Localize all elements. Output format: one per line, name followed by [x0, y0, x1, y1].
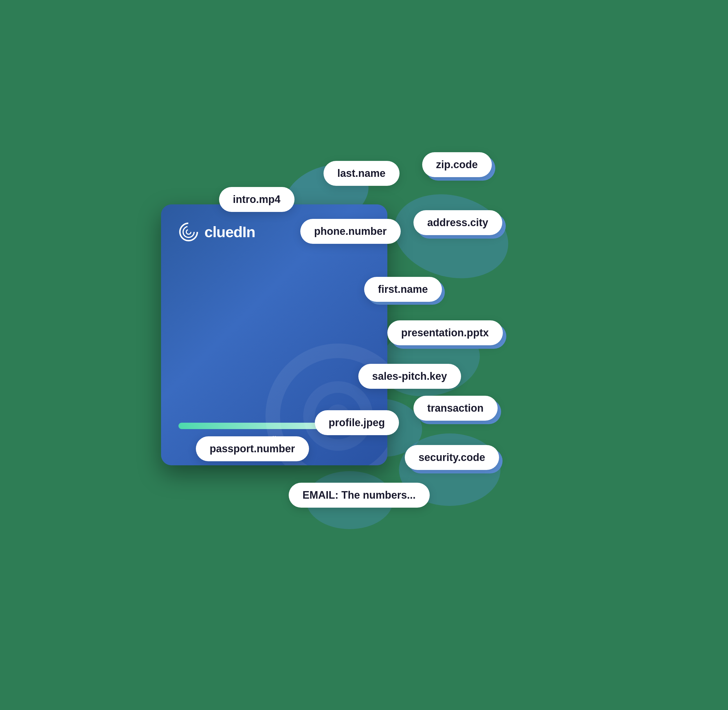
pill-email: EMAIL: The numbers... [289, 483, 430, 508]
pill-transaction: transaction [413, 396, 498, 421]
pill-first-name: first.name [364, 277, 442, 302]
logo-text: cluedIn [204, 223, 255, 241]
pill-address-city: address.city [413, 210, 502, 235]
pill-intro-mp4: intro.mp4 [219, 187, 294, 212]
pill-wrap-transaction: transaction [413, 396, 498, 421]
main-scene: cluedIn Loading... intro.mp4 last.name z… [161, 152, 567, 558]
pill-passport-number: passport.number [196, 436, 309, 461]
pill-wrap-address-city: address.city [413, 210, 502, 235]
pill-zip-code: zip.code [422, 152, 492, 177]
pill-sales-pitch: sales-pitch.key [358, 364, 461, 389]
pill-last-name: last.name [324, 161, 400, 186]
pill-wrap-first-name: first.name [364, 277, 442, 302]
cluedin-logo-icon [178, 222, 199, 242]
pill-phone-number: phone.number [300, 219, 401, 244]
svg-point-2 [186, 230, 191, 234]
pill-wrap-zip-code: zip.code [422, 152, 492, 177]
svg-point-1 [183, 226, 194, 238]
pill-profile-jpeg: profile.jpeg [315, 410, 399, 435]
pill-wrap-security-code: security.code [405, 445, 499, 470]
pill-security-code: security.code [405, 445, 499, 470]
pill-wrap-presentation: presentation.pptx [387, 320, 503, 345]
pill-presentation-pptx: presentation.pptx [387, 320, 503, 345]
